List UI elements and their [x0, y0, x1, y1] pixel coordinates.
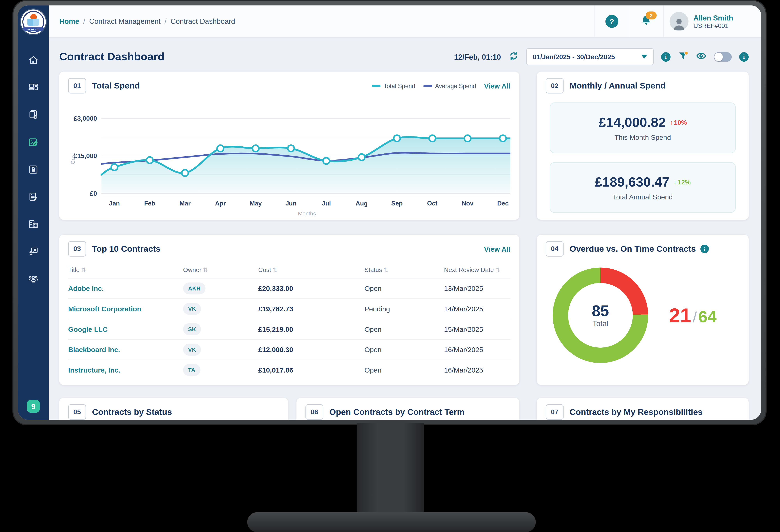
notification-count-badge: 2: [646, 11, 656, 19]
arrow-down-icon: ↓: [674, 178, 677, 186]
sort-icon: ⇅: [384, 266, 389, 273]
eye-icon: [696, 51, 706, 63]
users-icon: [28, 273, 39, 286]
filter-button[interactable]: [678, 51, 689, 63]
owner-initials-badge: AKH: [183, 282, 205, 295]
sidebar-item-dashboard[interactable]: [27, 83, 39, 94]
this-month-spend-label: This Month Spend: [615, 133, 671, 141]
card-title: Contracts by My Responsibilities: [570, 407, 702, 417]
help-icon[interactable]: ?: [605, 15, 618, 28]
sidebar-item-contract-editor[interactable]: [27, 192, 39, 204]
legend-swatch: [372, 85, 381, 87]
notifications-section: 2: [629, 5, 663, 37]
contract-next-review-date: 16/Mar/2025: [444, 339, 510, 360]
card-number-badge: 06: [305, 404, 323, 420]
svg-text:Sep: Sep: [391, 200, 402, 207]
contract-next-review-date: 14/Mar/2025: [444, 299, 510, 319]
sidebar-item-contract-dashboard[interactable]: [27, 137, 39, 149]
table-row[interactable]: Instructure, Inc. TA £10,017.86 Open 16/…: [68, 360, 510, 380]
contract-title-link[interactable]: Google LLC: [68, 319, 183, 339]
overdue-count: 21: [669, 304, 691, 326]
column-header-owner[interactable]: Owner⇅: [183, 262, 258, 278]
total-annual-spend-value: £189,630.47: [595, 174, 670, 190]
visibility-button[interactable]: [696, 51, 706, 63]
svg-text:£0: £0: [90, 190, 97, 197]
overdue-ontime-donut-chart: 85 Total: [553, 267, 648, 363]
sidebar-item-home[interactable]: [27, 55, 39, 67]
svg-text:Cost: Cost: [70, 153, 76, 164]
annual-delta: ↓12%: [674, 178, 691, 186]
chevron-down-icon: [641, 55, 647, 59]
svg-text:£3,0000: £3,0000: [74, 115, 97, 122]
line-chart-svg: £0£15,000£3,0000JanFebMarAprMayJunJulAug…: [68, 97, 510, 217]
document-edit-icon: [28, 192, 39, 204]
contract-title-link[interactable]: Instructure, Inc.: [68, 360, 183, 380]
toggle-knob: [714, 52, 723, 61]
legend-swatch: [423, 85, 432, 87]
contract-next-review-date: 16/Mar/2025: [444, 360, 510, 380]
notifications-button[interactable]: 2: [640, 14, 652, 28]
legend-item-average-spend[interactable]: Average Spend: [423, 82, 476, 89]
sidebar: SCHOOL 9: [18, 5, 49, 420]
monitor-stand-base: [247, 512, 536, 532]
home-icon: [28, 55, 39, 68]
table-row[interactable]: Adobe Inc. AKH £20,333.00 Open 13/Mar/20…: [68, 278, 510, 299]
svg-text:Nov: Nov: [462, 200, 474, 207]
column-header-cost[interactable]: Cost⇅: [258, 262, 364, 278]
breadcrumb-contract-management[interactable]: Contract Management: [89, 17, 160, 25]
bell-icon: [640, 19, 652, 28]
card-title: Contracts by Status: [92, 407, 172, 417]
sort-icon: ⇅: [203, 266, 208, 273]
dashboard-toggle[interactable]: [714, 52, 732, 61]
total-spend-line-chart: £0£15,000£3,0000JanFebMarAprMayJunJulAug…: [68, 97, 510, 217]
table-row[interactable]: Google LLC SK £15,219.00 Open 15/Mar/202…: [68, 319, 510, 339]
view-all-link[interactable]: View All: [484, 82, 510, 90]
dashboard-icon: [28, 82, 39, 95]
refresh-button[interactable]: [508, 51, 519, 63]
sidebar-item-handover[interactable]: [27, 247, 39, 259]
card-title: Overdue vs. On Time Contracts: [570, 244, 696, 254]
breadcrumb-home[interactable]: Home: [59, 17, 79, 25]
main-content: Contract Dashboard 12/Feb, 01:10 01/Jan/…: [49, 46, 761, 420]
sort-icon: ⇅: [81, 266, 86, 273]
sidebar-bottom-badge[interactable]: 9: [27, 400, 40, 413]
column-header-status[interactable]: Status⇅: [364, 262, 444, 278]
date-range-select[interactable]: 01/Jan/2025 - 30/Dec/2025: [526, 48, 654, 65]
column-header-next-review-date[interactable]: Next Review Date⇅: [444, 262, 510, 278]
svg-text:Dec: Dec: [497, 200, 508, 207]
sidebar-item-secure-contracts[interactable]: [27, 165, 39, 176]
checklist-building-icon: [28, 219, 39, 231]
svg-text:Feb: Feb: [144, 200, 155, 207]
user-menu[interactable]: Allen Smith USREF#001: [663, 5, 761, 37]
owner-initials-badge: VK: [183, 344, 201, 356]
card-number-badge: 01: [68, 78, 86, 94]
contract-cost: £12,000.30: [258, 339, 364, 360]
contract-status: Pending: [364, 299, 444, 319]
logo-banner: SCHOOL: [23, 27, 44, 31]
contract-title-link[interactable]: Blackboard Inc.: [68, 339, 183, 360]
ratio-slash: /: [693, 309, 697, 326]
contract-title-link[interactable]: Adobe Inc.: [68, 278, 183, 299]
table-row[interactable]: Microsoft Corporation VK £19,782.73 Pend…: [68, 299, 510, 319]
contract-cost: £20,333.00: [258, 278, 364, 299]
toggle-info-icon[interactable]: i: [739, 52, 748, 61]
card-title: Open Contracts by Contract Term: [329, 407, 465, 417]
card-contracts-by-status: 05 Contracts by Status: [59, 398, 288, 420]
topbar: Home / Contract Management / Contract Da…: [49, 5, 761, 38]
card-info-icon[interactable]: i: [700, 245, 709, 253]
contract-status: Open: [364, 319, 444, 339]
date-info-icon[interactable]: i: [661, 52, 670, 61]
legend-item-total-spend[interactable]: Total Spend: [372, 82, 415, 89]
owner-initials-badge: TA: [183, 364, 200, 376]
contract-title-link[interactable]: Microsoft Corporation: [68, 299, 183, 319]
sidebar-item-team[interactable]: [27, 274, 39, 286]
column-header-title[interactable]: Title⇅: [68, 262, 183, 278]
view-all-link[interactable]: View All: [484, 245, 510, 253]
sidebar-item-contract-settings[interactable]: [27, 110, 39, 122]
table-row[interactable]: Blackboard Inc. VK £12,000.30 Open 16/Ma…: [68, 339, 510, 360]
date-range-value: 01/Jan/2025 - 30/Dec/2025: [533, 53, 641, 60]
sidebar-item-vendor-checklist[interactable]: [27, 219, 39, 231]
contract-status: Open: [364, 278, 444, 299]
chart-legend: Total Spend Average Spend View All: [372, 82, 510, 90]
card-number-badge: 05: [68, 404, 86, 420]
